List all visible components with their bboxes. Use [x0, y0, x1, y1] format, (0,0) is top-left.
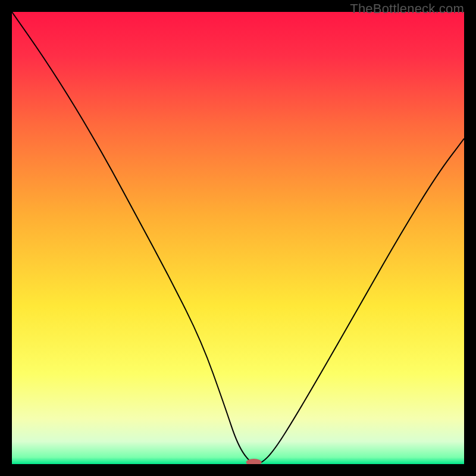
- watermark-text: TheBottleneck.com: [350, 1, 464, 17]
- gradient-background: [12, 12, 464, 464]
- bottleneck-chart: [12, 12, 464, 464]
- chart-container: TheBottleneck.com: [0, 0, 476, 476]
